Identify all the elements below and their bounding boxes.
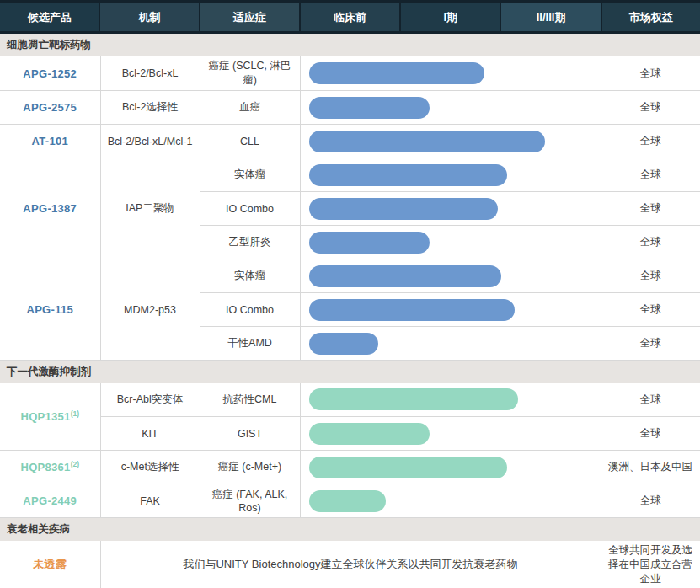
indication-cell: 乙型肝炎 [200,226,300,259]
phase-track [300,383,601,417]
product-superscript: (1) [71,409,79,418]
pipeline-row: HQP8361(2)c-Met选择性癌症 (c-Met+)澳洲、日本及中国 [0,451,700,484]
col-header-mechanism: 机制 [100,3,198,31]
phase-track [300,56,601,91]
product-cell: HQP8361(2) [0,451,100,484]
progress-bar [309,333,378,355]
progress-bar [309,198,498,220]
progress-bar [309,232,429,254]
product-name: HQP1351 [20,410,70,423]
market-rights-cell: 全球 [601,125,700,158]
indication-cell: CLL [200,125,300,158]
product-cell: HQP1351(1) [0,383,100,451]
product-name: 未透露 [33,558,67,570]
indication-cell: 癌症 (SCLC, 淋巴瘤) [200,56,300,91]
product-cell: APG-115 [0,259,100,361]
market-rights-cell: 全球 [601,259,700,293]
table-header: 候选产品机制适应症临床前I期II/III期市场权益 [0,0,700,34]
pipeline-row: APG-2575Bcl-2选择性血癌全球 [0,91,700,125]
phase-track [300,484,601,518]
product-name: HQP8361 [20,462,70,474]
product-name: APG-115 [26,303,73,316]
phase-track [300,293,601,327]
partnership-note: 我们与UNITY Biotechnology建立全球伙伴关系以共同开发抗衰老药物 [100,541,601,588]
progress-bar [309,97,429,119]
market-rights-cell: 全球 [601,192,700,226]
pipeline-row: APG-2449FAK癌症 (FAK, ALK, Ros)全球 [0,484,700,518]
col-header-indication: 适应症 [200,3,299,31]
mechanism-cell: KIT [100,417,200,451]
market-rights-cell: 全球 [601,56,700,91]
progress-bar [309,457,507,478]
mechanism-cell: c-Met选择性 [100,451,200,484]
product-cell: APG-1252 [0,56,100,91]
progress-bar [309,131,544,152]
pipeline-row: HQP1351(1)Bcr-Abl突变体抗药性CML全球 [0,383,700,417]
section-row: 细胞凋亡靶标药物 [0,34,700,56]
indication-cell: 血癌 [200,91,300,125]
phase-track [300,226,601,259]
indication-cell: 实体瘤 [200,259,300,293]
mechanism-cell: IAP二聚物 [100,158,200,259]
phase-track [300,91,601,125]
progress-bar [309,299,515,321]
market-rights-cell: 全球 [601,293,700,327]
indication-cell: IO Combo [200,192,300,226]
market-rights-cell: 全球 [601,383,700,417]
pipeline-table: 候选产品机制适应症临床前I期II/III期市场权益细胞凋亡靶标药物APG-125… [0,0,700,588]
product-cell: APG-2449 [0,484,100,518]
col-header-preclinical: 临床前 [301,3,399,31]
phase-track [300,259,601,293]
progress-bar [309,388,517,410]
pipeline-row: APG-115MDM2-p53实体瘤全球 [0,259,700,293]
section-row: 下一代激酶抑制剂 [0,361,700,383]
product-cell: APG-1387 [0,158,100,259]
market-rights-cell: 全球 [601,158,700,192]
section-row: 衰老相关疾病 [0,518,700,541]
mechanism-cell: Bcl-2选择性 [100,91,200,125]
progress-bar [309,62,484,84]
section-title: 细胞凋亡靶标药物 [0,34,700,56]
market-rights-cell: 全球 [601,327,700,361]
product-name: APG-1387 [23,202,77,215]
phase-track [300,192,601,226]
pipeline-row: KITGIST全球 [0,417,700,451]
market-rights-cell: 全球 [601,417,700,451]
pipeline-row: AT-101Bcl-2/Bcl-xL/Mcl-1CLL全球 [0,125,700,158]
mechanism-cell: MDM2-p53 [100,259,200,361]
phase-track [300,327,601,361]
market-rights-cell: 澳洲、日本及中国 [601,451,700,484]
indication-cell: 癌症 (c-Met+) [200,451,300,484]
mechanism-cell: Bcl-2/Bcl-xL [100,56,200,91]
section-title: 衰老相关疾病 [0,518,700,541]
product-name: AT-101 [32,135,68,147]
pipeline-row: APG-1387IAP二聚物实体瘤全球 [0,158,700,192]
market-rights-cell: 全球 [601,484,700,518]
progress-bar [309,265,501,287]
pipeline-row: 未透露我们与UNITY Biotechnology建立全球伙伴关系以共同开发抗衰… [0,541,700,588]
product-cell: APG-2575 [0,91,100,125]
product-name: APG-2575 [23,101,77,114]
indication-cell: 癌症 (FAK, ALK, Ros) [200,484,300,518]
mechanism-cell: Bcl-2/Bcl-xL/Mcl-1 [100,125,200,158]
col-header-phase-ii-iii: II/III期 [501,3,600,31]
pipeline-body: 细胞凋亡靶标药物APG-1252Bcl-2/Bcl-xL癌症 (SCLC, 淋巴… [0,34,700,588]
mechanism-cell: FAK [100,484,200,518]
phase-track [300,451,601,484]
product-cell: AT-101 [0,125,100,158]
market-rights-cell: 全球 [601,226,700,259]
pipeline-row: APG-1252Bcl-2/Bcl-xL癌症 (SCLC, 淋巴瘤)全球 [0,56,700,91]
phase-track [300,125,601,158]
product-cell: 未透露 [0,541,100,588]
section-title: 下一代激酶抑制剂 [0,361,700,383]
progress-bar [309,423,429,445]
market-rights-cell: 全球共同开发及选择在中国成立合营企业 [601,541,700,588]
indication-cell: 抗药性CML [200,383,300,417]
col-header-market-rights: 市场权益 [602,3,700,31]
market-rights-cell: 全球 [601,91,700,125]
indication-cell: 干性AMD [200,327,300,361]
mechanism-cell: Bcr-Abl突变体 [100,383,200,417]
product-name: APG-1252 [23,67,77,80]
progress-bar [309,490,386,512]
phase-track [300,417,601,451]
